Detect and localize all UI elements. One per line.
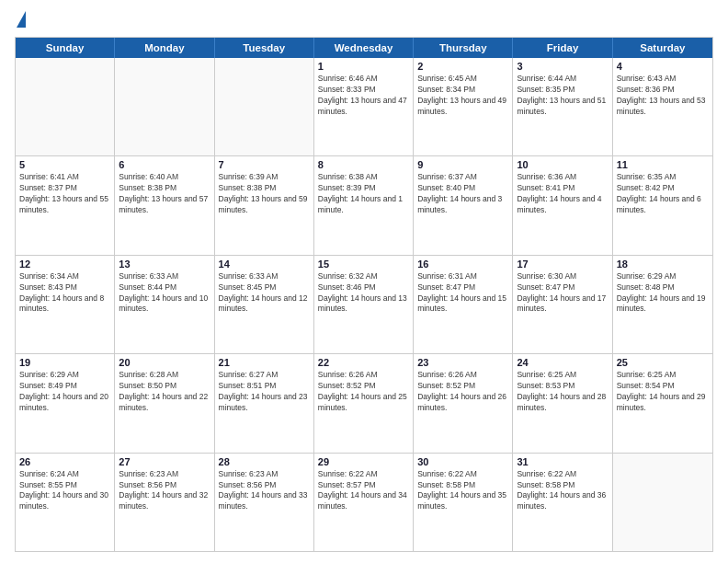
- cell-sun-info: Sunrise: 6:33 AM Sunset: 8:45 PM Dayligh…: [219, 271, 310, 316]
- cell-sun-info: Sunrise: 6:25 AM Sunset: 8:53 PM Dayligh…: [517, 370, 608, 414]
- calendar-cell: 12Sunrise: 6:34 AM Sunset: 8:43 PM Dayli…: [16, 256, 115, 353]
- calendar-row-3: 19Sunrise: 6:29 AM Sunset: 8:49 PM Dayli…: [16, 353, 712, 452]
- day-number: 12: [19, 259, 110, 270]
- calendar-cell: 3Sunrise: 6:44 AM Sunset: 8:35 PM Daylig…: [513, 58, 612, 155]
- cell-sun-info: Sunrise: 6:38 AM Sunset: 8:39 PM Dayligh…: [318, 172, 409, 216]
- cell-sun-info: Sunrise: 6:31 AM Sunset: 8:47 PM Dayligh…: [417, 271, 508, 316]
- calendar-cell: 15Sunrise: 6:32 AM Sunset: 8:46 PM Dayli…: [314, 256, 414, 353]
- calendar-cell: 21Sunrise: 6:27 AM Sunset: 8:51 PM Dayli…: [215, 354, 314, 452]
- calendar-cell: 20Sunrise: 6:28 AM Sunset: 8:50 PM Dayli…: [115, 354, 214, 452]
- calendar-cell: 27Sunrise: 6:23 AM Sunset: 8:56 PM Dayli…: [115, 454, 214, 551]
- day-number: 30: [417, 456, 508, 467]
- calendar-cell: 9Sunrise: 6:37 AM Sunset: 8:40 PM Daylig…: [414, 156, 513, 254]
- cell-sun-info: Sunrise: 6:24 AM Sunset: 8:55 PM Dayligh…: [19, 469, 110, 513]
- cell-sun-info: Sunrise: 6:43 AM Sunset: 8:36 PM Dayligh…: [617, 74, 709, 118]
- cell-sun-info: Sunrise: 6:30 AM Sunset: 8:47 PM Dayligh…: [517, 271, 608, 316]
- calendar-cell: 10Sunrise: 6:36 AM Sunset: 8:41 PM Dayli…: [513, 156, 612, 254]
- day-number: 16: [417, 259, 508, 270]
- day-number: 29: [318, 456, 409, 467]
- calendar-body: 1Sunrise: 6:46 AM Sunset: 8:33 PM Daylig…: [16, 58, 712, 551]
- day-number: 24: [517, 357, 608, 368]
- day-number: 4: [617, 61, 709, 72]
- header-day-tuesday: Tuesday: [215, 38, 314, 58]
- calendar-cell: 13Sunrise: 6:33 AM Sunset: 8:44 PM Dayli…: [115, 256, 214, 353]
- cell-sun-info: Sunrise: 6:34 AM Sunset: 8:43 PM Dayligh…: [19, 271, 110, 316]
- calendar-cell: [115, 58, 214, 155]
- calendar-cell: 17Sunrise: 6:30 AM Sunset: 8:47 PM Dayli…: [513, 256, 612, 353]
- cell-sun-info: Sunrise: 6:23 AM Sunset: 8:56 PM Dayligh…: [219, 469, 310, 513]
- day-number: 23: [417, 357, 508, 368]
- calendar-cell: 24Sunrise: 6:25 AM Sunset: 8:53 PM Dayli…: [513, 354, 612, 452]
- cell-sun-info: Sunrise: 6:26 AM Sunset: 8:52 PM Dayligh…: [417, 370, 508, 414]
- calendar-cell: 25Sunrise: 6:25 AM Sunset: 8:54 PM Dayli…: [613, 354, 712, 452]
- calendar-cell: 7Sunrise: 6:39 AM Sunset: 8:38 PM Daylig…: [215, 156, 314, 254]
- calendar-cell: 2Sunrise: 6:45 AM Sunset: 8:34 PM Daylig…: [414, 58, 513, 155]
- day-number: 26: [19, 456, 110, 467]
- calendar: SundayMondayTuesdayWednesdayThursdayFrid…: [15, 37, 713, 552]
- header-day-friday: Friday: [513, 38, 612, 58]
- cell-sun-info: Sunrise: 6:32 AM Sunset: 8:46 PM Dayligh…: [318, 271, 409, 316]
- calendar-cell: 14Sunrise: 6:33 AM Sunset: 8:45 PM Dayli…: [215, 256, 314, 353]
- header-day-wednesday: Wednesday: [314, 38, 414, 58]
- calendar-cell: 1Sunrise: 6:46 AM Sunset: 8:33 PM Daylig…: [314, 58, 414, 155]
- calendar-cell: 18Sunrise: 6:29 AM Sunset: 8:48 PM Dayli…: [613, 256, 712, 353]
- cell-sun-info: Sunrise: 6:22 AM Sunset: 8:58 PM Dayligh…: [517, 469, 608, 513]
- calendar-row-1: 5Sunrise: 6:41 AM Sunset: 8:37 PM Daylig…: [16, 155, 712, 254]
- calendar-cell: 5Sunrise: 6:41 AM Sunset: 8:37 PM Daylig…: [16, 156, 115, 254]
- day-number: 25: [617, 357, 709, 368]
- day-number: 15: [318, 259, 409, 270]
- cell-sun-info: Sunrise: 6:39 AM Sunset: 8:38 PM Dayligh…: [219, 172, 310, 216]
- day-number: 18: [617, 259, 709, 270]
- cell-sun-info: Sunrise: 6:23 AM Sunset: 8:56 PM Dayligh…: [119, 469, 210, 513]
- day-number: 27: [119, 456, 210, 467]
- cell-sun-info: Sunrise: 6:46 AM Sunset: 8:33 PM Dayligh…: [318, 74, 409, 118]
- day-number: 22: [318, 357, 409, 368]
- calendar-row-2: 12Sunrise: 6:34 AM Sunset: 8:43 PM Dayli…: [16, 255, 712, 353]
- calendar-cell: 8Sunrise: 6:38 AM Sunset: 8:39 PM Daylig…: [314, 156, 414, 254]
- calendar-cell: 4Sunrise: 6:43 AM Sunset: 8:36 PM Daylig…: [613, 58, 712, 155]
- day-number: 14: [219, 259, 310, 270]
- day-number: 10: [517, 159, 608, 170]
- calendar-cell: 26Sunrise: 6:24 AM Sunset: 8:55 PM Dayli…: [16, 454, 115, 551]
- cell-sun-info: Sunrise: 6:45 AM Sunset: 8:34 PM Dayligh…: [417, 74, 508, 118]
- day-number: 1: [318, 61, 409, 72]
- calendar-cell: 31Sunrise: 6:22 AM Sunset: 8:58 PM Dayli…: [513, 454, 612, 551]
- calendar-cell: 6Sunrise: 6:40 AM Sunset: 8:38 PM Daylig…: [115, 156, 214, 254]
- cell-sun-info: Sunrise: 6:26 AM Sunset: 8:52 PM Dayligh…: [318, 370, 409, 414]
- logo-triangle-icon: [17, 11, 26, 28]
- cell-sun-info: Sunrise: 6:25 AM Sunset: 8:54 PM Dayligh…: [617, 370, 709, 414]
- cell-sun-info: Sunrise: 6:22 AM Sunset: 8:58 PM Dayligh…: [417, 469, 508, 513]
- header-day-thursday: Thursday: [414, 38, 513, 58]
- calendar-row-4: 26Sunrise: 6:24 AM Sunset: 8:55 PM Dayli…: [16, 453, 712, 551]
- cell-sun-info: Sunrise: 6:29 AM Sunset: 8:48 PM Dayligh…: [617, 271, 709, 316]
- cell-sun-info: Sunrise: 6:40 AM Sunset: 8:38 PM Dayligh…: [119, 172, 210, 216]
- day-number: 6: [119, 159, 210, 170]
- calendar-cell: 29Sunrise: 6:22 AM Sunset: 8:57 PM Dayli…: [314, 454, 414, 551]
- day-number: 17: [517, 259, 608, 270]
- calendar-header: SundayMondayTuesdayWednesdayThursdayFrid…: [16, 38, 712, 58]
- cell-sun-info: Sunrise: 6:28 AM Sunset: 8:50 PM Dayligh…: [119, 370, 210, 414]
- cell-sun-info: Sunrise: 6:41 AM Sunset: 8:37 PM Dayligh…: [19, 172, 110, 216]
- calendar-row-0: 1Sunrise: 6:46 AM Sunset: 8:33 PM Daylig…: [16, 58, 712, 155]
- day-number: 11: [617, 159, 709, 170]
- day-number: 8: [318, 159, 409, 170]
- day-number: 28: [219, 456, 310, 467]
- calendar-cell: 30Sunrise: 6:22 AM Sunset: 8:58 PM Dayli…: [414, 454, 513, 551]
- day-number: 9: [417, 159, 508, 170]
- calendar-cell: 16Sunrise: 6:31 AM Sunset: 8:47 PM Dayli…: [414, 256, 513, 353]
- day-number: 2: [417, 61, 508, 72]
- day-number: 5: [19, 159, 110, 170]
- cell-sun-info: Sunrise: 6:29 AM Sunset: 8:49 PM Dayligh…: [19, 370, 110, 414]
- calendar-cell: 22Sunrise: 6:26 AM Sunset: 8:52 PM Dayli…: [314, 354, 414, 452]
- cell-sun-info: Sunrise: 6:36 AM Sunset: 8:41 PM Dayligh…: [517, 172, 608, 216]
- page: SundayMondayTuesdayWednesdayThursdayFrid…: [0, 0, 728, 563]
- cell-sun-info: Sunrise: 6:22 AM Sunset: 8:57 PM Dayligh…: [318, 469, 409, 513]
- calendar-cell: [613, 454, 712, 551]
- cell-sun-info: Sunrise: 6:37 AM Sunset: 8:40 PM Dayligh…: [417, 172, 508, 216]
- cell-sun-info: Sunrise: 6:35 AM Sunset: 8:42 PM Dayligh…: [617, 172, 709, 216]
- calendar-cell: 11Sunrise: 6:35 AM Sunset: 8:42 PM Dayli…: [613, 156, 712, 254]
- day-number: 13: [119, 259, 210, 270]
- cell-sun-info: Sunrise: 6:27 AM Sunset: 8:51 PM Dayligh…: [219, 370, 310, 414]
- day-number: 20: [119, 357, 210, 368]
- calendar-cell: [16, 58, 115, 155]
